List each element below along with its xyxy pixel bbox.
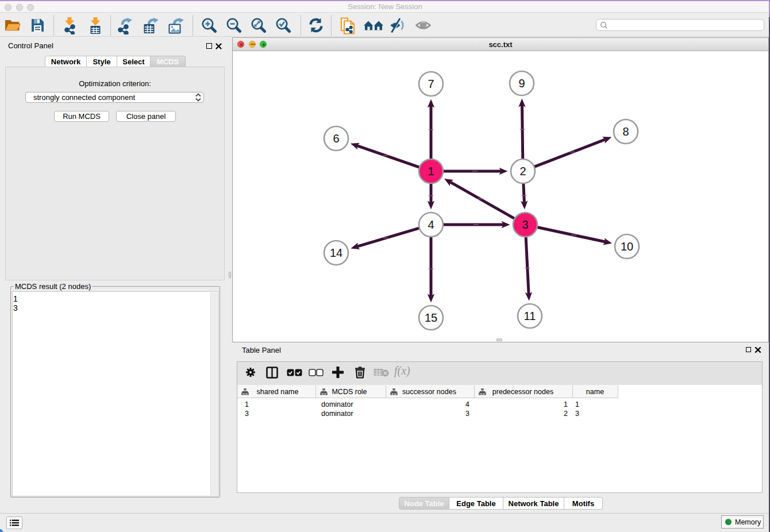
svg-text:7: 7: [428, 78, 434, 90]
svg-text:8: 8: [622, 125, 629, 138]
svg-text:15: 15: [425, 311, 437, 324]
svg-text:14: 14: [330, 246, 342, 259]
svg-text:9: 9: [518, 77, 525, 90]
svg-text:6: 6: [333, 132, 339, 145]
svg-text:1: 1: [428, 165, 434, 178]
svg-text:10: 10: [621, 240, 633, 253]
svg-text:11: 11: [524, 310, 536, 322]
svg-text:2: 2: [519, 165, 526, 178]
svg-text:4: 4: [428, 218, 434, 231]
svg-text:3: 3: [522, 218, 528, 231]
